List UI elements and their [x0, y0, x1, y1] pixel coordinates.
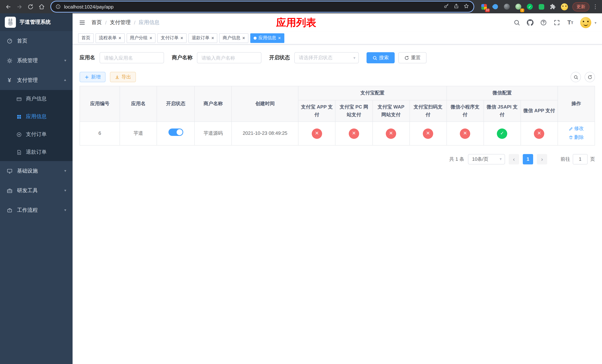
cell-app-id: 6	[80, 122, 120, 145]
sidebar-item-refund-orders[interactable]: 退款订单	[0, 143, 73, 161]
column-header: 支付宝扫码支付	[409, 100, 447, 122]
document-icon	[16, 150, 22, 155]
browser-back-button[interactable]	[3, 1, 13, 12]
reload-icon	[27, 3, 33, 10]
close-icon[interactable]: ×	[278, 36, 281, 40]
tab-label: 退款订单	[192, 35, 210, 41]
page-size-value: 10条/页	[472, 156, 488, 162]
extension-green-icon[interactable]	[537, 2, 546, 11]
status-select[interactable]: 请选择开启状态 ▾	[294, 52, 359, 63]
sidebar-item-workflow[interactable]: 工作流程 ▾	[0, 200, 73, 220]
sidebar-item-dev-tools[interactable]: 研发工具 ▾	[0, 181, 73, 200]
close-icon[interactable]: ×	[211, 36, 214, 40]
extension-grid-icon[interactable]: 10	[479, 2, 488, 11]
sidebar-item-merchant-info[interactable]: 商户信息	[0, 90, 73, 108]
user-avatar[interactable]	[580, 17, 591, 28]
sidebar-item-payment[interactable]: ¥ 支付管理 ▾	[0, 70, 73, 90]
browser-forward-button[interactable]	[14, 1, 24, 12]
font-size-icon[interactable]: TT	[567, 19, 574, 26]
extension-wechat-icon[interactable]: ✓	[525, 2, 534, 11]
toggle-search-button[interactable]	[570, 72, 581, 82]
address-bar[interactable]: localhost:1024/pay/app	[51, 1, 473, 12]
close-icon[interactable]: ×	[242, 36, 245, 40]
breadcrumb-item[interactable]: 支付管理	[110, 19, 131, 26]
caret-down-icon[interactable]: ▾	[595, 21, 596, 25]
tab-app-info[interactable]: 应用信息 ×	[250, 33, 284, 43]
tab-refund-orders[interactable]: 退款订单 ×	[188, 33, 217, 43]
menu-fold-icon[interactable]	[78, 19, 86, 27]
next-page-button[interactable]: ›	[537, 154, 547, 164]
share-icon[interactable]	[453, 3, 459, 10]
refresh-table-button[interactable]	[585, 72, 595, 82]
page-number-button[interactable]: 1	[523, 154, 533, 164]
refresh-icon	[404, 55, 409, 60]
extension-dark-icon[interactable]	[502, 2, 511, 11]
sidebar-item-home[interactable]: 首页	[0, 31, 73, 51]
close-icon[interactable]: ×	[118, 36, 121, 40]
extension-drop-icon[interactable]	[491, 2, 500, 11]
github-icon[interactable]	[527, 19, 534, 26]
tab-label: 支付订单	[161, 35, 178, 41]
extensions-puzzle-icon[interactable]	[548, 2, 557, 11]
breadcrumb-separator: /	[134, 20, 136, 26]
tab-user-group[interactable]: 用户分组 ×	[127, 33, 155, 43]
sidebar-item-app-info[interactable]: 应用信息	[0, 108, 73, 126]
browser-update-button[interactable]: 更新	[572, 2, 589, 11]
merchant-name-input[interactable]	[197, 52, 261, 63]
search-button[interactable]: 搜索	[366, 52, 395, 63]
status-label: 开启状态	[269, 54, 290, 61]
table-toolbar: 新增 导出	[80, 72, 595, 82]
delete-link[interactable]: 删除	[569, 133, 584, 141]
briefcase-icon	[6, 207, 13, 213]
add-button[interactable]: 新增	[80, 72, 106, 82]
breadcrumb-item[interactable]: 首页	[91, 19, 102, 26]
extension-avatar-icon[interactable]: 1	[514, 2, 523, 11]
export-button[interactable]: 导出	[110, 72, 136, 82]
app-logo-row[interactable]: 芋道管理系统	[0, 13, 73, 31]
help-icon[interactable]	[540, 19, 547, 26]
credit-card-icon	[16, 96, 22, 102]
group-header-wechat: 微信配置	[447, 86, 558, 100]
sidebar-item-label: 工作流程	[17, 207, 60, 214]
search-icon[interactable]	[514, 19, 521, 26]
column-header: 支付宝 PC 网站支付	[335, 100, 372, 122]
column-header: 商户名称	[194, 86, 232, 122]
cell-app-name: 芋道	[120, 122, 157, 145]
sidebar-item-pay-orders[interactable]: 支付订单	[0, 126, 73, 143]
url-text[interactable]: localhost:1024/pay/app	[64, 4, 440, 10]
app-name-input[interactable]	[100, 52, 164, 63]
goto-prefix: 前往	[560, 156, 570, 162]
column-header: 支付宝 APP 支付	[298, 100, 335, 122]
browser-profile-avatar[interactable]	[560, 2, 569, 11]
browser-menu-icon[interactable]: ⋮	[592, 3, 599, 10]
sidebar-item-label: 商户信息	[26, 96, 47, 102]
close-icon[interactable]: ×	[180, 36, 183, 40]
sidebar-item-system[interactable]: 系统管理 ▾	[0, 51, 73, 70]
toolbox-icon	[6, 187, 13, 194]
sidebar-item-infrastructure[interactable]: 基础设施 ▾	[0, 161, 73, 181]
tab-process-form[interactable]: 流程表单 ×	[96, 33, 125, 43]
tab-home[interactable]: 首页	[78, 33, 94, 43]
reset-button[interactable]: 重置	[398, 52, 427, 63]
tab-pay-orders[interactable]: 支付订单 ×	[157, 33, 186, 43]
edit-link[interactable]: 修改	[569, 125, 584, 133]
password-key-icon[interactable]	[443, 3, 449, 10]
search-icon	[573, 75, 578, 79]
app-logo	[5, 17, 16, 28]
tab-merchant-info[interactable]: 商户信息 ×	[219, 33, 248, 43]
goto-page-input[interactable]	[573, 154, 588, 164]
prev-page-button[interactable]: ‹	[509, 154, 519, 164]
wechat-mini-status-icon: ✕	[460, 128, 470, 139]
fullscreen-icon[interactable]	[553, 19, 560, 26]
close-icon[interactable]: ×	[149, 36, 152, 40]
toggle-knob	[176, 129, 182, 135]
page-size-select[interactable]: 10条/页 ▾	[468, 154, 505, 164]
bookmark-star-icon[interactable]	[463, 3, 469, 10]
status-toggle[interactable]	[168, 128, 183, 136]
tags-view: 首页 流程表单 × 用户分组 × 支付订单 × 退款订单 ×	[73, 32, 602, 44]
browser-home-button[interactable]	[36, 1, 47, 12]
tab-label: 商户信息	[223, 35, 240, 41]
site-info-icon[interactable]	[55, 4, 61, 9]
browser-reload-button[interactable]	[25, 1, 35, 12]
chevron-up-icon: ▾	[64, 78, 66, 82]
